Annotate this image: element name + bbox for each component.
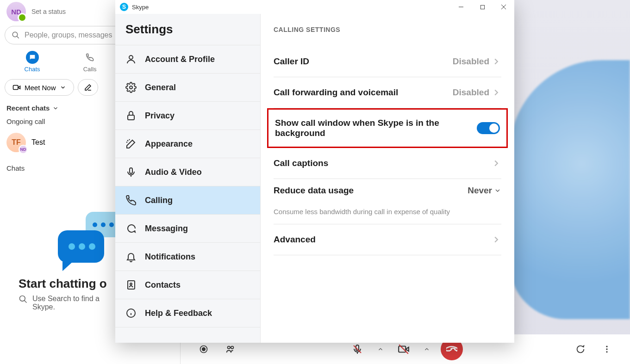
tab-chats-label: Chats (25, 66, 40, 73)
svg-rect-28 (480, 5, 484, 9)
message-icon (125, 223, 137, 234)
maximize-button[interactable] (472, 0, 493, 14)
svg-point-24 (606, 346, 607, 347)
chevron-right-icon (491, 234, 501, 245)
chevron-down-icon (52, 105, 59, 111)
status-text[interactable]: Set a status (31, 8, 66, 15)
chat-button[interactable] (571, 340, 589, 358)
chevron-right-icon (491, 56, 501, 67)
avatar-initials: ND (11, 8, 21, 16)
nav-privacy[interactable]: Privacy (115, 101, 260, 130)
new-chat-button[interactable] (78, 79, 98, 96)
forwarding-label: Call forwarding and voicemail (274, 87, 398, 98)
nav-notifications-label: Notifications (145, 252, 195, 262)
window-title: Skype (132, 4, 149, 11)
person-icon (125, 54, 137, 65)
tab-calls-label: Calls (83, 66, 97, 73)
nav-contacts-label: Contacts (145, 280, 181, 290)
svg-point-0 (12, 32, 18, 37)
reduce-desc: Consume less bandwidth during call in ex… (274, 208, 501, 216)
bell-icon (125, 251, 137, 262)
nav-account[interactable]: Account & Profile (115, 45, 260, 73)
more-button[interactable] (598, 340, 616, 358)
nav-audio-label: Audio & Video (145, 167, 202, 177)
empty-sub2: Skype. (32, 303, 100, 311)
wand-icon (125, 138, 137, 149)
chevron-down-icon (494, 187, 501, 194)
advanced-label: Advanced (274, 234, 316, 245)
call-background-shape (510, 60, 630, 319)
mic-button[interactable] (348, 340, 367, 358)
svg-rect-4 (13, 86, 19, 90)
settings-title: Settings (115, 22, 260, 45)
phone-icon (125, 195, 137, 206)
participants-button[interactable] (221, 340, 240, 358)
titlebar: S Skype (115, 0, 514, 14)
nav-calling-label: Calling (145, 196, 173, 205)
svg-line-1 (17, 36, 19, 38)
row-reduce-data[interactable]: Reduce data usage Never Consume less ban… (274, 179, 501, 224)
svg-point-8 (109, 222, 114, 227)
svg-point-38 (130, 283, 132, 285)
tab-chats[interactable]: Chats (25, 51, 40, 73)
search-icon (12, 31, 20, 39)
gear-icon (125, 82, 137, 93)
settings-content: CALLING SETTINGS Caller ID Disabled Call… (261, 14, 514, 343)
nav-messaging[interactable]: Messaging (115, 214, 260, 242)
phone-icon (86, 53, 94, 62)
nav-messaging-label: Messaging (145, 224, 188, 234)
svg-point-6 (93, 222, 97, 227)
avatar[interactable]: ND (6, 2, 26, 21)
meet-now-button[interactable]: Meet Now (5, 79, 74, 96)
nav-account-label: Account & Profile (145, 55, 215, 64)
nav-notifications[interactable]: Notifications (115, 242, 260, 271)
chats-label: Chats (6, 164, 25, 172)
meet-now-label: Meet Now (25, 84, 56, 92)
captions-label: Call captions (274, 158, 328, 168)
nav-audio[interactable]: Audio & Video (115, 158, 260, 186)
search-placeholder: People, groups, messages (25, 31, 112, 39)
svg-line-14 (25, 301, 27, 303)
mic-chevron[interactable] (375, 344, 386, 355)
content-heading: CALLING SETTINGS (274, 26, 501, 33)
camera-chevron[interactable] (421, 344, 432, 355)
nav-contacts[interactable]: Contacts (115, 271, 260, 299)
mic-icon (125, 167, 137, 178)
svg-point-10 (69, 243, 75, 250)
tab-calls[interactable]: Calls (83, 51, 97, 73)
empty-sub1: Use Search to find a (32, 295, 100, 303)
video-icon (12, 83, 21, 92)
nav-appearance[interactable]: Appearance (115, 130, 260, 158)
close-button[interactable] (493, 0, 514, 14)
svg-rect-34 (130, 168, 132, 173)
chat-name: Test (31, 138, 45, 147)
reduce-label: Reduce data usage (274, 185, 354, 196)
svg-point-13 (20, 296, 25, 302)
row-forwarding[interactable]: Call forwarding and voicemail Disabled (274, 77, 501, 108)
row-captions[interactable]: Call captions (274, 148, 501, 179)
minimize-button[interactable] (450, 0, 472, 14)
row-advanced[interactable]: Advanced (274, 224, 501, 255)
show-window-label: Show call window when Skype is in the ba… (275, 118, 442, 138)
caller-id-label: Caller ID (274, 56, 309, 67)
nav-general[interactable]: General (115, 73, 260, 101)
chat-avatar-initials: TF (12, 138, 21, 147)
svg-point-26 (606, 351, 607, 352)
svg-point-17 (228, 346, 231, 349)
svg-point-25 (606, 348, 607, 350)
record-button[interactable] (194, 340, 213, 358)
svg-point-11 (79, 243, 85, 250)
camera-button[interactable] (394, 340, 413, 358)
chevron-right-icon (491, 158, 501, 168)
nav-help[interactable]: Help & Feedback (115, 299, 260, 327)
chat-avatar: TF ND (6, 133, 26, 152)
svg-point-18 (231, 346, 234, 349)
svg-point-32 (130, 86, 132, 89)
row-show-call-window[interactable]: Show call window when Skype is in the ba… (267, 108, 508, 148)
caller-id-value: Disabled (453, 56, 489, 67)
nav-help-label: Help & Feedback (145, 308, 212, 318)
nav-calling[interactable]: Calling (115, 186, 260, 214)
settings-window: S Skype Settings Account & Profile Gener… (115, 0, 514, 343)
row-caller-id[interactable]: Caller ID Disabled (274, 46, 501, 77)
show-window-toggle[interactable] (477, 122, 500, 134)
